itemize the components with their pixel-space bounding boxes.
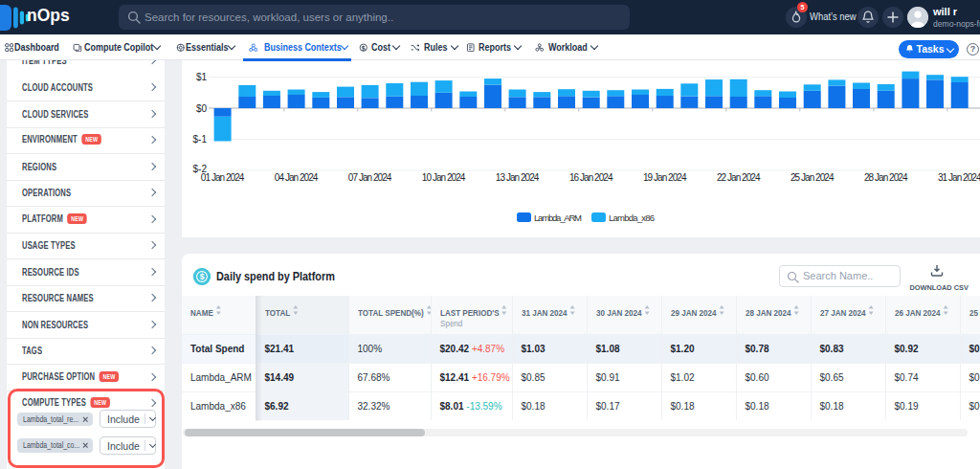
svg-text:Lambda_ARM: Lambda_ARM: [534, 212, 582, 223]
svg-text:$-1: $-1: [193, 134, 208, 145]
svg-text:19 Jan 2024: 19 Jan 2024: [643, 172, 687, 183]
svg-text:$1: $1: [196, 72, 208, 82]
svg-text:$0: $0: [196, 103, 208, 114]
svg-text:31 Jan 2024: 31 Jan 2024: [938, 172, 980, 183]
svg-text:$: $: [200, 272, 205, 281]
svg-text:04 Jan 2024: 04 Jan 2024: [275, 172, 319, 183]
svg-text:Lambda_x86: Lambda_x86: [609, 212, 655, 223]
svg-text:10 Jan 2024: 10 Jan 2024: [422, 172, 466, 183]
svg-text:16 Jan 2024: 16 Jan 2024: [569, 172, 613, 183]
svg-text:01 Jan 2024: 01 Jan 2024: [201, 172, 245, 183]
svg-text:07 Jan 2024: 07 Jan 2024: [348, 172, 392, 183]
svg-text:22 Jan 2024: 22 Jan 2024: [717, 172, 761, 183]
svg-text:13 Jan 2024: 13 Jan 2024: [496, 172, 540, 183]
svg-text:28 Jan 2024: 28 Jan 2024: [864, 172, 908, 183]
svg-text:25 Jan 2024: 25 Jan 2024: [791, 172, 835, 183]
